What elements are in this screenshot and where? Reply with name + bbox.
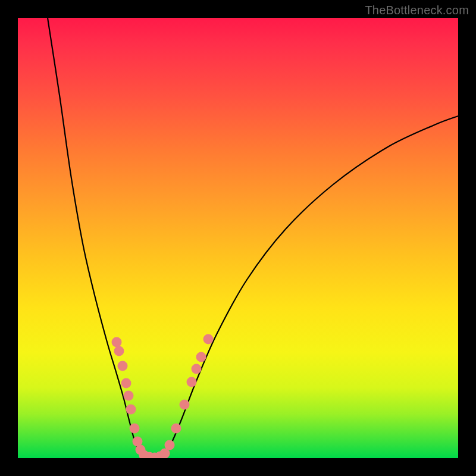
curve-dot — [126, 405, 136, 415]
curve-dot — [196, 352, 206, 362]
curve-dot — [124, 391, 134, 401]
curve-dot — [121, 378, 131, 389]
bottleneck-curve — [48, 18, 458, 458]
curve-dot — [130, 424, 140, 434]
chart-frame: TheBottleneck.com — [0, 0, 476, 476]
curve-dot — [171, 424, 181, 434]
curve-dot — [192, 364, 202, 374]
curve-dot — [118, 361, 128, 371]
curve-dot — [165, 440, 175, 450]
curve-dot — [203, 334, 214, 345]
curve-dots-group — [112, 334, 214, 459]
curve-dot — [187, 377, 197, 387]
curve-dot — [114, 346, 124, 356]
watermark-text: TheBottleneck.com — [365, 4, 469, 17]
plot-area — [18, 18, 458, 458]
curve-dot — [112, 337, 122, 347]
curve-dot — [180, 400, 190, 410]
curve-svg — [18, 18, 458, 458]
